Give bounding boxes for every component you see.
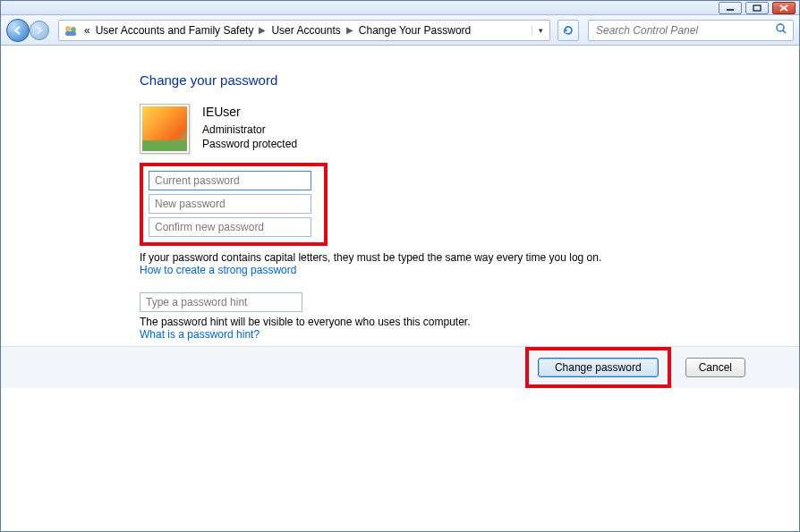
svg-point-7 [777, 24, 784, 31]
svg-rect-0 [727, 9, 734, 11]
password-hint-field[interactable] [140, 292, 302, 312]
password-hint-input[interactable] [140, 293, 302, 311]
breadcrumb[interactable]: « User Accounts and Family Safety ▶ User… [84, 24, 471, 37]
user-name: IEUser [202, 104, 297, 121]
svg-line-8 [783, 30, 786, 33]
current-password-input[interactable] [149, 172, 311, 190]
address-bar[interactable]: « User Accounts and Family Safety ▶ User… [58, 20, 550, 41]
cancel-button[interactable]: Cancel [685, 358, 745, 377]
user-info: IEUser Administrator Password protected [202, 104, 297, 151]
svg-point-4 [65, 26, 71, 31]
breadcrumb-overflow[interactable]: « [84, 24, 90, 37]
content-area: Change your password IEUser Administrato… [1, 46, 799, 341]
new-password-field[interactable] [149, 194, 311, 214]
chevron-right-icon: ▶ [259, 25, 266, 35]
link-strong-password[interactable]: How to create a strong password [140, 264, 296, 276]
forward-button[interactable] [30, 21, 49, 40]
search-icon[interactable] [775, 22, 787, 38]
breadcrumb-item-3[interactable]: Change Your Password [359, 24, 471, 37]
page-title: Change your password [140, 72, 799, 88]
change-password-button[interactable]: Change password [538, 358, 659, 377]
refresh-button[interactable] [557, 20, 579, 41]
confirm-password-field[interactable] [149, 217, 311, 237]
nav-buttons [6, 19, 49, 42]
user-accounts-icon [63, 22, 79, 38]
highlight-change-password: Change password [525, 347, 671, 388]
back-button[interactable] [6, 19, 30, 42]
address-dropdown-icon[interactable]: ▾ [532, 26, 546, 35]
hint-note: The password hint will be visible to eve… [140, 316, 641, 328]
control-panel-window: « User Accounts and Family Safety ▶ User… [0, 0, 800, 532]
maximize-button[interactable] [745, 2, 769, 14]
user-role: Administrator [202, 122, 297, 137]
breadcrumb-item-1[interactable]: User Accounts and Family Safety [96, 24, 254, 37]
search-box[interactable] [588, 20, 794, 41]
minimize-button[interactable] [719, 2, 742, 14]
user-summary: IEUser Administrator Password protected [140, 104, 799, 154]
svg-rect-1 [753, 5, 761, 11]
close-button[interactable] [772, 2, 796, 14]
avatar [140, 104, 190, 154]
caps-note: If your password contains capital letter… [140, 251, 641, 264]
search-input[interactable] [594, 23, 775, 38]
chevron-right-icon: ▶ [346, 25, 353, 35]
navigation-bar: « User Accounts and Family Safety ▶ User… [1, 15, 799, 46]
link-password-hint[interactable]: What is a password hint? [140, 328, 260, 341]
new-password-input[interactable] [149, 195, 311, 213]
user-pw-status: Password protected [202, 137, 297, 151]
highlight-password-fields [140, 163, 328, 246]
window-titlebar [1, 1, 799, 15]
confirm-password-input[interactable] [149, 218, 311, 236]
footer-bar: Change password Cancel [1, 347, 799, 388]
svg-rect-6 [65, 31, 76, 36]
current-password-field[interactable] [149, 171, 311, 190]
breadcrumb-item-2[interactable]: User Accounts [271, 24, 340, 37]
